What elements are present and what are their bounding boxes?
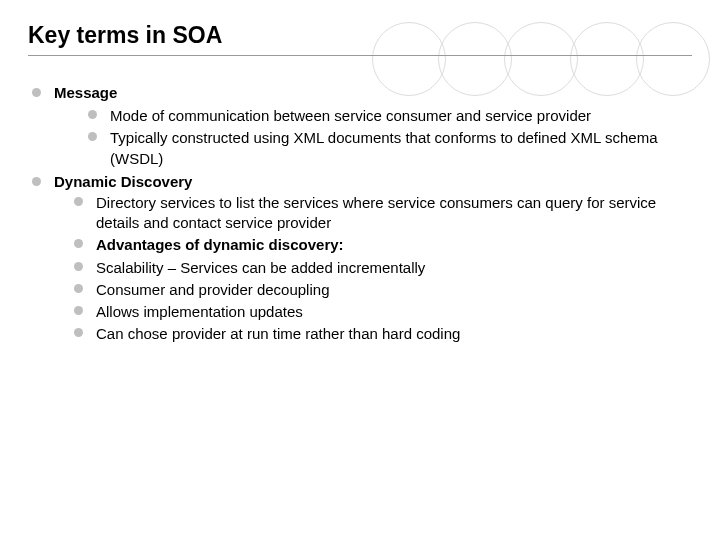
list-item: Directory services to list the services … — [74, 193, 692, 234]
bullet-icon — [74, 197, 83, 206]
list-item: Consumer and provider decoupling — [74, 280, 692, 300]
title-rule — [28, 55, 692, 56]
list-item-dynamic-discovery: Dynamic Discovery Directory services to … — [32, 173, 692, 345]
bullet-icon — [74, 262, 83, 271]
slide-content: Key terms in SOA Message Mode of communi… — [0, 0, 720, 345]
bullet-icon — [88, 110, 97, 119]
bullet-list-level2: Mode of communication between service co… — [54, 106, 692, 169]
bullet-list-level3: Directory services to list the services … — [54, 193, 692, 345]
section-heading: Message — [54, 84, 117, 101]
bullet-text: Consumer and provider decoupling — [96, 281, 329, 298]
section-heading: Dynamic Discovery — [54, 173, 192, 190]
slide-title: Key terms in SOA — [28, 22, 692, 49]
list-item: Mode of communication between service co… — [88, 106, 692, 126]
bullet-icon — [32, 88, 41, 97]
bullet-icon — [88, 132, 97, 141]
bullet-text: Allows implementation updates — [96, 303, 303, 320]
list-item: Can chose provider at run time rather th… — [74, 324, 692, 344]
bullet-icon — [74, 239, 83, 248]
bullet-icon — [32, 177, 41, 186]
list-item: Scalability – Services can be added incr… — [74, 258, 692, 278]
bullet-text: Can chose provider at run time rather th… — [96, 325, 460, 342]
bullet-icon — [74, 328, 83, 337]
bullet-list-level1: Message Mode of communication between se… — [28, 84, 692, 345]
bullet-text: Scalability – Services can be added incr… — [96, 259, 425, 276]
bullet-text: Directory services to list the services … — [96, 194, 656, 231]
list-item-message: Message Mode of communication between se… — [32, 84, 692, 169]
bullet-icon — [74, 306, 83, 315]
list-item: Typically constructed using XML document… — [88, 128, 692, 169]
bullet-text: Advantages of dynamic discovery: — [96, 236, 344, 253]
bullet-text: Mode of communication between service co… — [110, 107, 591, 124]
list-item: Allows implementation updates — [74, 302, 692, 322]
bullet-text: Typically constructed using XML document… — [110, 129, 658, 166]
bullet-icon — [74, 284, 83, 293]
list-item: Advantages of dynamic discovery: — [74, 235, 692, 255]
